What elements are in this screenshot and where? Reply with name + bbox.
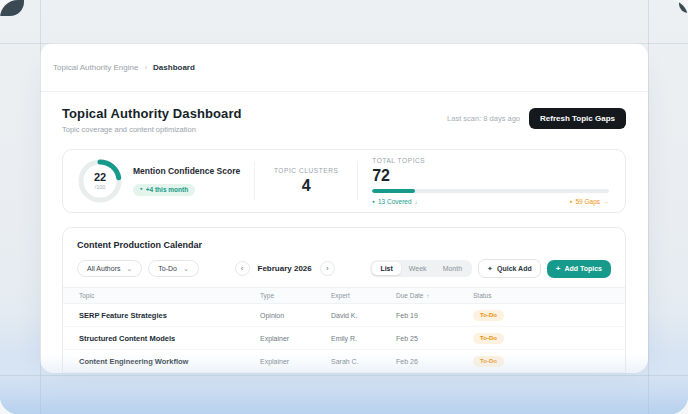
chevron-down-icon: ⌄	[183, 265, 189, 272]
table-header-status[interactable]: Status	[473, 292, 609, 299]
status-filter-value: To-Do	[158, 265, 177, 272]
confidence-value: 22	[94, 172, 106, 183]
covered-text: 13 Covered	[378, 198, 412, 205]
breadcrumb-separator-icon: ›	[144, 63, 147, 72]
table-header-expert[interactable]: Expert	[331, 292, 396, 299]
covered-arrow-icon: ↓	[415, 199, 418, 205]
total-topics-value: 72	[372, 167, 609, 185]
sparkle-icon: ✦	[487, 265, 493, 273]
add-topics-label: Add Topics	[564, 265, 602, 272]
confidence-label: Mention Confidence Score	[133, 166, 240, 176]
breadcrumb-root[interactable]: Topical Authority Engine	[53, 63, 138, 72]
due-date-header-label: Due Date	[396, 292, 423, 299]
type-cell: Opinion	[260, 312, 331, 319]
total-topics-label: Total Topics	[372, 157, 609, 164]
covered-legend[interactable]: ● 13 Covered ↓	[372, 198, 417, 205]
due-date-cell: Feb 26	[396, 358, 473, 365]
sort-ascending-icon: ↑	[426, 293, 429, 299]
type-cell: Explainer	[260, 358, 331, 365]
table-row[interactable]: SERP Feature Strategies Opinion David K.…	[63, 304, 625, 327]
add-topics-button[interactable]: + Add Topics	[547, 260, 611, 278]
app-window: Topical Authority Engine › Dashboard Top…	[40, 43, 648, 373]
view-switcher: List Week Month	[370, 260, 472, 277]
view-tab-month[interactable]: Month	[435, 262, 470, 275]
page-header: Topical Authority Dashboard Topic covera…	[62, 106, 626, 134]
topics-progress-bar	[372, 189, 609, 193]
stats-divider	[357, 162, 358, 200]
gaps-dot-icon: ●	[570, 200, 573, 205]
stats-card: 22 /100 Mention Confidence Score ● +4 th…	[62, 149, 626, 213]
view-tab-list[interactable]: List	[372, 262, 400, 275]
grid-line-vertical-right	[648, 0, 649, 414]
content-production-calendar-card: Content Production Calendar All Authors …	[62, 227, 626, 373]
current-month-label: February 2026	[258, 264, 312, 273]
calendar-title: Content Production Calendar	[63, 228, 625, 250]
expert-cell: David K.	[331, 312, 396, 319]
breadcrumb-current[interactable]: Dashboard	[153, 63, 195, 72]
breadcrumb: Topical Authority Engine › Dashboard	[40, 43, 648, 92]
topic-clusters-value: 4	[269, 177, 343, 195]
authors-filter-dropdown[interactable]: All Authors ⌄	[77, 260, 142, 277]
status-badge: To-Do	[473, 310, 504, 321]
status-filter-dropdown[interactable]: To-Do ⌄	[148, 260, 199, 277]
grid-line-horizontal-bottom	[0, 375, 688, 376]
status-badge: To-Do	[473, 333, 504, 344]
plus-icon: +	[556, 265, 561, 273]
confidence-max: /100	[95, 184, 106, 190]
quick-add-label: Quick Add	[497, 265, 532, 272]
due-date-cell: Feb 19	[396, 312, 473, 319]
background-window-corner-right	[679, 0, 688, 13]
confidence-gauge: 22 /100	[77, 158, 123, 204]
table-row[interactable]: Content Engineering Workflow Explainer S…	[63, 350, 625, 373]
month-navigation: ‹ February 2026 ›	[235, 261, 335, 276]
topic-clusters-label: Topic Clusters	[269, 167, 343, 174]
previous-month-button[interactable]: ‹	[235, 261, 250, 276]
background-window-corner-left	[0, 0, 24, 16]
table-header-row: Topic Type Expert Due Date ↑ Status	[63, 287, 625, 304]
next-month-button[interactable]: ›	[320, 261, 335, 276]
quick-add-button[interactable]: ✦ Quick Add	[478, 259, 541, 278]
stats-divider	[254, 162, 255, 200]
calendar-toolbar: All Authors ⌄ To-Do ⌄ ‹ February 2026 ›	[63, 250, 625, 287]
topic-cell: Content Engineering Workflow	[79, 357, 260, 366]
page-subtitle: Topic coverage and content optimization	[62, 125, 242, 134]
table-row[interactable]: Structured Content Models Explainer Emil…	[63, 327, 625, 350]
gaps-arrow-icon: →	[603, 199, 609, 205]
confidence-trend-text: +4 this month	[146, 186, 188, 193]
table-header-type[interactable]: Type	[260, 292, 331, 299]
page-title: Topical Authority Dashboard	[62, 106, 242, 121]
expert-cell: Sarah C.	[331, 358, 396, 365]
refresh-topic-gaps-button[interactable]: Refresh Topic Gaps	[529, 108, 626, 129]
type-cell: Explainer	[260, 335, 331, 342]
table-header-due-date[interactable]: Due Date ↑	[396, 292, 473, 299]
topic-cell: Structured Content Models	[79, 334, 260, 343]
status-badge: To-Do	[473, 356, 504, 367]
dot-icon: ●	[140, 187, 143, 192]
due-date-cell: Feb 25	[396, 335, 473, 342]
topics-progress-fill	[372, 189, 415, 193]
confidence-trend-badge: ● +4 this month	[133, 184, 195, 196]
expert-cell: Emily R.	[331, 335, 396, 342]
total-topics-stat: Total Topics 72 ● 13 Covered ↓ ● 59	[372, 157, 625, 206]
gaps-text: 59 Gaps	[575, 198, 600, 205]
last-scan-text: Last scan: 8 days ago	[447, 114, 520, 123]
authors-filter-value: All Authors	[87, 265, 120, 272]
gaps-legend[interactable]: ● 59 Gaps →	[570, 198, 609, 205]
view-tab-week[interactable]: Week	[401, 262, 435, 275]
covered-dot-icon: ●	[372, 200, 375, 205]
topic-clusters-stat: Topic Clusters 4	[269, 167, 343, 195]
chevron-down-icon: ⌄	[126, 265, 132, 272]
table-header-topic[interactable]: Topic	[79, 292, 260, 299]
screenshot-frame: Topical Authority Engine › Dashboard Top…	[0, 0, 688, 414]
topic-cell: SERP Feature Strategies	[79, 311, 260, 320]
